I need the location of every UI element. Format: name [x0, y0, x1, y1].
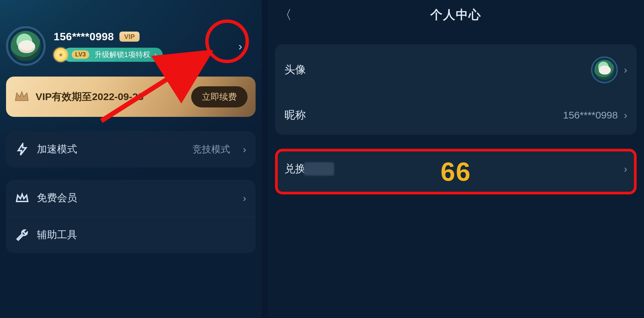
chevron-right-icon: › — [243, 192, 246, 204]
vip-badge-text: VIP — [124, 33, 135, 41]
chevron-right-icon: › — [624, 109, 627, 121]
row-nickname[interactable]: 昵称 156****0998 › — [275, 95, 637, 135]
redeem-code-card[interactable]: 兑换码 › 66 — [275, 149, 637, 194]
vip-expiry-text: VIP有效期至2022-09-28 — [36, 90, 144, 104]
level-row[interactable]: ★ LV3 升级解锁1项特权 › — [54, 48, 163, 62]
profile-header: 156****0998 VIP ★ LV3 升级解锁1项特权 › › — [6, 0, 256, 66]
menu-item-free-member[interactable]: 免费会员 › — [6, 180, 256, 216]
username-text: 156****0998 — [54, 31, 114, 43]
page-title: 个人中心 — [430, 7, 481, 23]
header-bar: 〈 个人中心 — [268, 0, 644, 30]
menu-label: 加速模式 — [37, 142, 77, 156]
chevron-left-icon: 〈 — [279, 8, 292, 22]
row-label: 兑换码 — [284, 162, 305, 176]
bolt-icon — [15, 143, 29, 156]
chevron-right-icon: › — [624, 163, 627, 175]
menu-value: 竞技模式 — [193, 143, 230, 156]
profile-screen: 156****0998 VIP ★ LV3 升级解锁1项特权 › › — [0, 0, 262, 318]
star-icon: ★ — [54, 48, 68, 62]
level-pill[interactable]: LV3 升级解锁1项特权 › — [63, 48, 163, 62]
profile-detail-chevron[interactable]: › — [238, 40, 242, 53]
level-text: 升级解锁1项特权 — [95, 50, 150, 60]
menu-item-accel-mode[interactable]: 加速模式 竞技模式 › — [6, 131, 256, 168]
menu-group-2: 免费会员 › 辅助工具 — [6, 180, 256, 253]
row-avatar[interactable]: 头像 › — [275, 44, 637, 95]
profile-info: 156****0998 VIP ★ LV3 升级解锁1项特权 › — [54, 31, 163, 62]
chevron-right-icon: › — [154, 51, 157, 58]
avatar — [591, 56, 618, 83]
level-tag: LV3 — [72, 50, 89, 59]
avatar[interactable] — [6, 26, 46, 66]
row-label: 头像 — [284, 62, 306, 77]
vip-badge: VIP — [119, 32, 140, 42]
crown-outline-icon — [15, 191, 29, 205]
annotation-circle — [205, 19, 249, 63]
renew-button[interactable]: 立即续费 — [191, 86, 248, 107]
chevron-right-icon: › — [624, 64, 627, 76]
back-button[interactable]: 〈 — [276, 3, 295, 27]
chevron-right-icon: › — [243, 144, 246, 155]
vip-expiry-bar: VIP有效期至2022-09-28 立即续费 — [6, 77, 256, 117]
menu-label: 免费会员 — [37, 191, 77, 205]
vip-crown-icon — [14, 89, 30, 104]
menu-group-1: 加速模式 竞技模式 › — [6, 131, 256, 168]
nickname-value: 156****0998 — [563, 109, 618, 121]
profile-card: 头像 › 昵称 156****0998 › — [275, 44, 637, 135]
menu-item-tools[interactable]: 辅助工具 — [6, 216, 256, 253]
menu-label: 辅助工具 — [37, 228, 77, 242]
annotation-overlay-number: 66 — [441, 156, 471, 187]
redacted-area — [304, 162, 334, 176]
row-label: 昵称 — [284, 108, 306, 123]
username-row: 156****0998 VIP — [54, 31, 163, 43]
personal-center-screen: 〈 个人中心 头像 › 昵称 156****0998 › 兑换码 › 66 — [268, 0, 644, 318]
wrench-icon — [15, 228, 29, 242]
row-label-group: 兑换码 — [284, 162, 334, 176]
